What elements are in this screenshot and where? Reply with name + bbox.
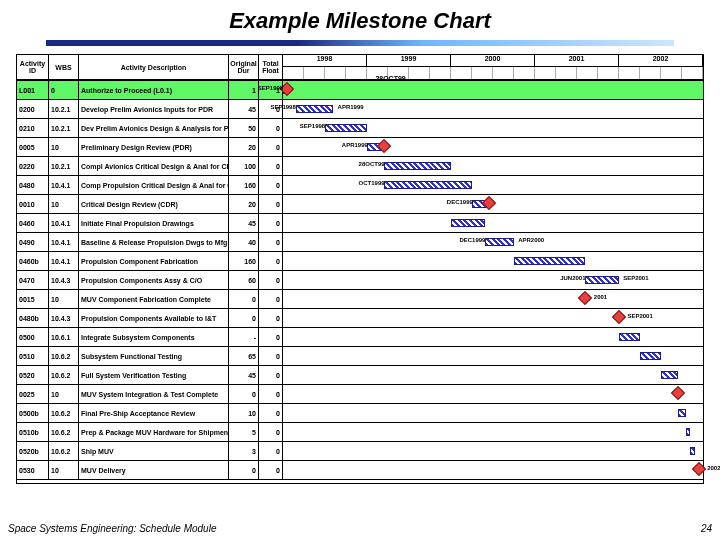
date-label: SEP2001: [623, 275, 648, 281]
cell-dur: 1: [229, 81, 259, 99]
cell-desc: Propulsion Component Fabrication: [79, 252, 229, 270]
tick-row: [283, 67, 703, 79]
gantt-bar: [678, 409, 686, 417]
cell-desc: Propulsion Components Assy & C/O: [79, 271, 229, 289]
cell-float: 0: [259, 423, 283, 441]
cell-wbs: 10: [49, 290, 79, 308]
table-row: 0500b10.6.2Final Pre-Ship Acceptance Rev…: [17, 404, 703, 423]
gantt-cell: OCT1999: [283, 176, 703, 194]
cell-wbs: 10.4.1: [49, 252, 79, 270]
cell-dur: 3: [229, 442, 259, 460]
year-label: 1998: [283, 55, 367, 67]
cell-float: 0: [259, 404, 283, 422]
gantt-cell: [283, 214, 703, 232]
gantt-bar: [585, 276, 619, 284]
date-label: 2002: [707, 465, 720, 471]
col-desc: Activity Description: [79, 55, 229, 79]
title-rule: [46, 40, 674, 46]
cell-id: 0490: [17, 233, 49, 251]
gantt-bar: [690, 447, 694, 455]
milestone-icon: [671, 386, 685, 400]
gantt-cell: [283, 347, 703, 365]
gantt-bar: [485, 238, 514, 246]
cell-dur: 45: [229, 214, 259, 232]
table-row: 000510Preliminary Design Review (PDR)200…: [17, 138, 703, 157]
cell-id: 0520b: [17, 442, 49, 460]
chart-rows: L0010Authorize to Proceed (L0.1)11SEP199…: [17, 81, 703, 480]
gantt-bar: [661, 371, 678, 379]
gantt-cell: 28OCT99: [283, 157, 703, 175]
quarter-tick: [556, 67, 577, 79]
time-header: 19981999200020012002: [283, 55, 703, 79]
cell-dur: 100: [229, 157, 259, 175]
page-number: 24: [701, 523, 712, 534]
gantt-cell: SEP1998APR1999: [283, 100, 703, 118]
cell-dur: 0: [229, 290, 259, 308]
chart-header: Activity ID WBS Activity Description Ori…: [17, 55, 703, 81]
cell-id: 0460: [17, 214, 49, 232]
cell-float: 0: [259, 461, 283, 479]
quarter-tick: [451, 67, 472, 79]
cell-id: 0460b: [17, 252, 49, 270]
milestone-icon: [578, 291, 592, 305]
footer: Space Systems Engineering: Schedule Modu…: [8, 523, 712, 534]
date-label: SEP1998: [270, 104, 295, 110]
cell-id: 0220: [17, 157, 49, 175]
cell-desc: MUV Component Fabrication Complete: [79, 290, 229, 308]
date-label: APR1999: [338, 104, 364, 110]
page-title: Example Milestone Chart: [16, 8, 704, 34]
gantt-bar: [384, 162, 451, 170]
cell-id: 0480: [17, 176, 49, 194]
cell-wbs: 10.4.1: [49, 233, 79, 251]
cell-id: 0200: [17, 100, 49, 118]
cell-desc: Comp Propulsion Critical Design & Anal f…: [79, 176, 229, 194]
cell-id: 0510b: [17, 423, 49, 441]
cell-float: 0: [259, 252, 283, 270]
cell-wbs: 10.6.2: [49, 404, 79, 422]
table-row: 0460b10.4.1Propulsion Component Fabricat…: [17, 252, 703, 271]
gantt-cell: JUN2001SEP2001: [283, 271, 703, 289]
cell-desc: Initiate Final Propulsion Drawings: [79, 214, 229, 232]
cell-dur: 160: [229, 176, 259, 194]
table-row: 0510b10.6.2Prep & Package MUV Hardware f…: [17, 423, 703, 442]
cell-desc: Ship MUV: [79, 442, 229, 460]
gantt-bar: [384, 181, 472, 189]
date-label: APR1999: [342, 142, 368, 148]
table-row: 046010.4.1Initiate Final Propulsion Draw…: [17, 214, 703, 233]
cell-wbs: 10: [49, 461, 79, 479]
quarter-tick: [409, 67, 430, 79]
cell-float: 0: [259, 233, 283, 251]
cell-desc: Final Pre-Ship Acceptance Review: [79, 404, 229, 422]
gantt-bar: [514, 257, 585, 265]
cell-float: 0: [259, 214, 283, 232]
gantt-cell: [283, 385, 703, 403]
table-row: 021010.2.1Dev Prelim Avionics Design & A…: [17, 119, 703, 138]
cell-dur: 5: [229, 423, 259, 441]
quarter-tick: [619, 67, 640, 79]
cell-desc: Authorize to Proceed (L0.1): [79, 81, 229, 99]
cell-wbs: 0: [49, 81, 79, 99]
date-label: DEC1999: [459, 237, 485, 243]
milestone-icon: [692, 462, 706, 476]
gantt-cell: SEP1998: [283, 119, 703, 137]
cell-desc: Prep & Package MUV Hardware for Shipment: [79, 423, 229, 441]
year-label: 2002: [619, 55, 703, 67]
cell-wbs: 10.4.1: [49, 176, 79, 194]
table-row: 050010.6.1Integrate Subsystem Components…: [17, 328, 703, 347]
gantt-cell: 2002: [283, 461, 703, 479]
cell-wbs: 10: [49, 385, 79, 403]
gantt-cell: DEC1999: [283, 195, 703, 213]
quarter-tick: [346, 67, 367, 79]
quarter-tick: [514, 67, 535, 79]
gantt-cell: SEP2001: [283, 309, 703, 327]
date-label: APR2000: [518, 237, 544, 243]
gantt-cell: DEC1999APR2000: [283, 233, 703, 251]
cell-wbs: 10.2.1: [49, 119, 79, 137]
cell-dur: 0: [229, 385, 259, 403]
date-label: SEP1998: [300, 123, 325, 129]
table-row: L0010Authorize to Proceed (L0.1)11SEP199…: [17, 81, 703, 100]
gantt-cell: 2001: [283, 290, 703, 308]
table-row: 0480b10.4.3Propulsion Components Availab…: [17, 309, 703, 328]
gantt-cell: [283, 328, 703, 346]
table-row: 022010.2.1Compl Avionics Critical Design…: [17, 157, 703, 176]
